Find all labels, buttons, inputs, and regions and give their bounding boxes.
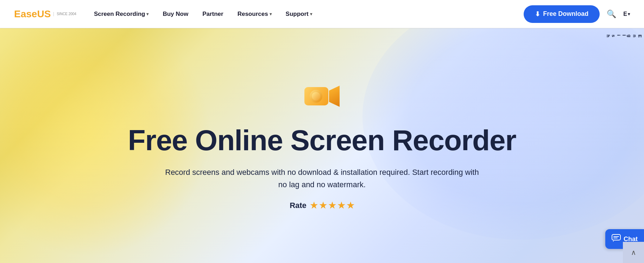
nav-items: Screen Recording ▾ Buy Now Partner Resou… — [94, 11, 524, 18]
lang-vertical-text: English — [606, 35, 643, 38]
nav-buy-now[interactable]: Buy Now — [163, 11, 188, 18]
rating-label: Rate — [290, 201, 307, 210]
chevron-down-icon-lang: ▾ — [628, 12, 630, 17]
logo-us: US — [37, 8, 51, 19]
nav-actions: ⬇ Free Download 🔍 E ▾ — [524, 5, 630, 23]
video-camera-icon — [303, 81, 341, 117]
nav-resources-label: Resources — [238, 11, 268, 18]
nav-partner[interactable]: Partner — [202, 11, 223, 18]
navbar: EaseUS SINCE 2004 Screen Recording ▾ Buy… — [0, 0, 644, 28]
nav-support-label: Support — [286, 11, 309, 18]
logo-text: EaseUS — [14, 8, 51, 20]
star-1: ★ — [310, 201, 318, 210]
search-button[interactable]: 🔍 — [607, 10, 616, 19]
language-selector[interactable]: E ▾ — [623, 11, 630, 17]
hero-subtitle: Record screens and webcams with no downl… — [164, 166, 480, 191]
chevron-down-icon: ▾ — [146, 12, 149, 17]
logo-ease: Ease — [14, 8, 37, 19]
hero-content: Free Online Screen Recorder Record scree… — [93, 81, 551, 211]
logo[interactable]: EaseUS SINCE 2004 — [14, 8, 76, 20]
scroll-to-top-button[interactable]: ∧ — [623, 242, 644, 263]
lang-vertical-edge: English — [604, 32, 644, 41]
chevron-down-icon-2: ▾ — [270, 12, 272, 17]
free-download-button[interactable]: ⬇ Free Download — [524, 5, 600, 23]
chevron-down-icon-3: ▾ — [310, 12, 312, 17]
nav-screen-recording-label: Screen Recording — [94, 11, 145, 18]
search-icon: 🔍 — [607, 10, 616, 18]
logo-since: SINCE 2004 — [53, 12, 76, 16]
chat-bubble-icon — [612, 234, 621, 244]
lang-label: E — [623, 11, 627, 17]
star-3: ★ — [328, 201, 336, 210]
hero-section: Free Online Screen Recorder Record scree… — [0, 28, 644, 263]
svg-point-2 — [312, 92, 320, 100]
download-icon: ⬇ — [535, 10, 540, 18]
download-btn-label: Free Download — [543, 10, 588, 18]
star-rating: ★ ★ ★ ★ ★ — [310, 201, 354, 210]
hero-title: Free Online Screen Recorder — [128, 124, 516, 156]
star-2: ★ — [319, 201, 327, 210]
nav-screen-recording[interactable]: Screen Recording ▾ — [94, 11, 149, 18]
star-4: ★ — [337, 201, 345, 210]
nav-buy-now-label: Buy Now — [163, 11, 188, 18]
scroll-top-icon: ∧ — [631, 248, 636, 257]
nav-partner-label: Partner — [202, 11, 223, 18]
nav-support[interactable]: Support ▾ — [286, 11, 312, 18]
svg-rect-3 — [612, 234, 620, 240]
star-5: ★ — [347, 201, 354, 210]
rating-row: Rate ★ ★ ★ ★ ★ — [290, 201, 354, 210]
nav-resources[interactable]: Resources ▾ — [238, 11, 272, 18]
